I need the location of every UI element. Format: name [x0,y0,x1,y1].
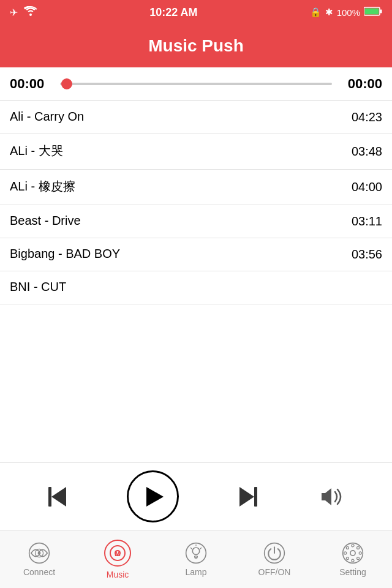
svg-point-26 [346,557,349,559]
song-item-1[interactable]: ALi - 大哭 03:48 [0,134,392,170]
song-title: BNI - CUT [10,280,66,294]
svg-rect-2 [365,9,379,15]
power-icon [263,542,285,564]
song-info: BNI - CUT [10,280,66,295]
tab-music[interactable]: M Music [78,530,157,588]
main-content: 00:00 00:00 Ali - Carry On 04:23 ALi - 大… [0,67,392,530]
volume-button[interactable] [318,486,344,508]
svg-point-10 [186,543,206,563]
svg-point-20 [352,544,354,546]
player-controls [0,462,392,530]
app-header: Music Push [0,24,392,67]
svg-point-27 [357,546,360,549]
skip-back-icon [51,487,66,507]
tab-lamp-label: Lamp [185,567,206,577]
svg-point-23 [359,551,361,554]
svg-text:M: M [115,549,121,558]
play-button[interactable] [127,470,179,522]
play-circle [127,470,179,522]
song-duration: 04:23 [345,110,382,124]
tab-music-label: Music [107,570,129,579]
song-title: Bigbang - BAD BOY [10,247,120,261]
song-info: Beast - Drive [10,214,81,229]
lamp-icon [185,542,207,564]
airplane-icon: ✈ [10,7,18,18]
song-title: ALi - 大哭 [10,143,63,159]
svg-rect-13 [195,557,197,559]
status-right: 🔒 ✱ 100% [310,7,382,18]
skip-forward-button[interactable] [239,487,257,507]
connect-icon [28,542,50,564]
tab-connect-label: Connect [23,567,55,577]
song-duration: 03:56 [345,247,382,262]
skip-back-button[interactable] [48,487,66,507]
app-title: Music Push [148,36,244,56]
song-info: Ali - Carry On [10,110,84,125]
svg-point-24 [346,546,349,549]
song-title: ALi - 橡皮擦 [10,178,75,195]
svg-point-25 [357,557,360,559]
tab-setting-label: Setting [339,567,366,577]
battery-icon [364,7,382,18]
svg-point-22 [344,551,347,554]
battery-text: 100% [337,7,360,18]
wifi-icon [24,6,37,18]
slider-track [60,83,332,85]
song-title: Ali - Carry On [10,110,84,124]
current-time: 00:00 [10,76,53,92]
svg-point-19 [350,550,355,555]
tab-offon[interactable]: OFF/ON [235,530,314,588]
song-item-4[interactable]: Bigbang - BAD BOY 03:56 [0,238,392,271]
play-icon [146,487,164,507]
svg-line-16 [190,548,192,549]
tab-connect[interactable]: Connect [0,530,78,588]
bluetooth-icon: ✱ [325,7,333,18]
song-duration: 04:00 [345,180,382,194]
status-left: ✈ [10,6,37,18]
lock-icon: 🔒 [310,7,322,18]
status-time: 10:22 AM [149,6,197,19]
svg-point-11 [192,548,199,554]
svg-point-21 [352,559,354,562]
volume-icon [318,486,344,508]
svg-point-18 [343,543,363,563]
svg-line-15 [200,548,202,549]
progress-section: 00:00 00:00 [0,67,392,101]
music-icon: M [109,545,126,562]
song-item-2[interactable]: ALi - 橡皮擦 04:00 [0,170,392,205]
song-info: ALi - 大哭 [10,143,63,160]
song-duration: 03:48 [345,145,382,159]
tab-lamp[interactable]: Lamp [157,530,235,588]
total-time: 00:00 [339,76,382,92]
song-duration: 03:11 [345,214,382,228]
tab-bar: Connect M Music Lamp OFF/ON [0,530,392,588]
music-active-icon: M [104,540,131,567]
tab-offon-label: OFF/ON [258,567,291,577]
tab-setting[interactable]: Setting [314,530,392,588]
song-list: Ali - Carry On 04:23 ALi - 大哭 03:48 ALi … [0,101,392,462]
svg-rect-1 [380,10,382,13]
skip-forward-bar [254,487,257,507]
status-bar: ✈ 10:22 AM 🔒 ✱ 100% [0,0,392,24]
progress-slider[interactable] [60,82,332,86]
settings-icon [342,542,364,564]
song-item-0[interactable]: Ali - Carry On 04:23 [0,101,392,134]
svg-marker-3 [322,488,331,505]
song-title: Beast - Drive [10,214,81,228]
song-item-5[interactable]: BNI - CUT [0,271,392,304]
song-item-3[interactable]: Beast - Drive 03:11 [0,205,392,238]
slider-thumb[interactable] [61,78,72,89]
skip-forward-icon [239,487,254,507]
song-info: ALi - 橡皮擦 [10,178,75,196]
song-info: Bigbang - BAD BOY [10,247,120,262]
